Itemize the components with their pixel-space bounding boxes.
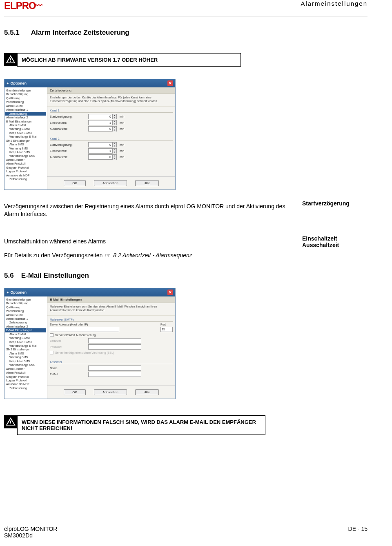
- tree-item[interactable]: Keep Alive E-Mail: [5, 131, 46, 135]
- ok-button[interactable]: OK: [64, 180, 86, 186]
- warning-icon: [4, 415, 17, 428]
- chevron-down-icon[interactable]: ▾: [113, 123, 116, 125]
- tree-item[interactable]: Keep Alive SMS: [5, 359, 46, 363]
- logo-text: ELPRO: [4, 0, 36, 11]
- window-titlebar: ● Optionen ✕: [4, 79, 175, 87]
- tree-item[interactable]: Warteschlange E-Mail: [5, 135, 46, 138]
- tree-item[interactable]: Autosave als MDF: [5, 382, 46, 386]
- crossref: Für Details zu den Verzögerungszeiten ☞ …: [4, 252, 368, 259]
- user-input[interactable]: [88, 338, 141, 343]
- chevron-down-icon[interactable]: ▾: [113, 117, 116, 119]
- tree-item[interactable]: Warteschlange SMS: [5, 154, 46, 158]
- tree-item[interactable]: Alarm Interface 1: [5, 317, 46, 321]
- tree-item[interactable]: Alarm Drucker: [5, 367, 46, 371]
- tree-item[interactable]: Alarm Sound: [5, 104, 46, 108]
- label-name: Name: [50, 367, 87, 370]
- tree-item[interactable]: Keep Alive SMS: [5, 150, 46, 154]
- pane-title: E-Mail Einstellungen: [47, 296, 175, 303]
- pane-title: Zeitsteuerung: [47, 87, 175, 94]
- tree-item-selected[interactable]: E-Mail Einstellungen: [5, 328, 46, 332]
- para-startverz: Verzögerungszeit zwischen der Registrier…: [4, 200, 368, 221]
- pane-description: Mailserver-Einstellungen zum Senden eine…: [47, 303, 175, 316]
- tree-item[interactable]: Zeitsteuerung: [5, 386, 46, 390]
- screenshot-zeitsteuerung: ● Optionen ✕ Grundeinstellungen Benachri…: [4, 79, 368, 190]
- tree-item[interactable]: Wiederholung: [5, 309, 46, 313]
- options-tree[interactable]: Grundeinstellungen Benachrichtigung Quit…: [4, 87, 47, 189]
- tree-item[interactable]: E-Mail Einstellungen: [5, 120, 46, 123]
- pass-input[interactable]: [88, 344, 141, 350]
- tree-item[interactable]: Alarm E-Mail: [5, 123, 46, 127]
- tree-item[interactable]: SMS Einstellungen: [5, 348, 46, 351]
- tree-item[interactable]: Warnung SMS: [5, 355, 46, 359]
- tree-item[interactable]: Grundeinstellungen: [5, 298, 46, 301]
- help-button[interactable]: Hilfe: [135, 389, 159, 395]
- window-title: Optionen: [10, 290, 27, 294]
- close-icon[interactable]: ✕: [167, 290, 173, 295]
- tree-item[interactable]: Zeitsteuerung: [5, 177, 46, 181]
- spinner-startverz-2[interactable]: 0▴▾: [88, 142, 117, 147]
- tree-item[interactable]: Alarm Sound: [5, 313, 46, 317]
- options-tree[interactable]: Grundeinstellungen Benachrichtigung Quit…: [4, 296, 47, 399]
- tree-item[interactable]: Benachrichtigung: [5, 301, 46, 305]
- chevron-down-icon[interactable]: ▾: [113, 151, 116, 154]
- port-input[interactable]: 25: [160, 327, 173, 332]
- tree-item-selected[interactable]: Zeitsteuerung: [5, 112, 46, 116]
- spinner-startverz-1[interactable]: 0▴▾: [88, 114, 117, 119]
- chevron-down-icon[interactable]: ▾: [113, 157, 116, 160]
- tree-item[interactable]: Warteschlange SMS: [5, 363, 46, 367]
- tree-item[interactable]: Wiederholung: [5, 100, 46, 104]
- tree-item[interactable]: Gruppen Protokoll: [5, 375, 46, 379]
- bullet-icon: ●: [7, 81, 9, 85]
- chevron-down-icon[interactable]: ▾: [113, 145, 116, 147]
- tree-item[interactable]: Grundeinstellungen: [5, 89, 46, 92]
- tree-item[interactable]: Quittierung: [5, 305, 46, 309]
- spinner-ausschalt-2[interactable]: 0▴▾: [88, 154, 117, 160]
- tree-item[interactable]: Warnung SMS: [5, 147, 46, 150]
- spinner-einschalt-2[interactable]: 1▴▾: [88, 148, 117, 154]
- tree-item[interactable]: Alarm Protokoll: [5, 371, 46, 374]
- footer-product: elproLOG MONITOR: [4, 526, 57, 532]
- tree-item[interactable]: Alarm Protokoll: [5, 162, 46, 165]
- tree-item[interactable]: Logger Protokoll: [5, 379, 46, 382]
- label-startverz: Startverzögerung:: [50, 115, 87, 118]
- ok-button[interactable]: OK: [64, 389, 86, 395]
- alert-firmware: MÖGLICH AB FIRMWARE VERSION 1.7 ODER HÖH…: [4, 53, 241, 67]
- channel-2-title: Kanal 2: [50, 137, 173, 141]
- spinner-ausschalt-1[interactable]: 0▴▾: [88, 126, 117, 131]
- tree-item[interactable]: Quittierung: [5, 96, 46, 100]
- label-ausschalt: Ausschaltzeit:: [50, 127, 87, 130]
- cancel-button[interactable]: Abbrechen: [94, 180, 127, 186]
- label-server: Server Adresse (Host oder IP): [50, 323, 159, 326]
- auth-checkbox[interactable]: [50, 333, 53, 337]
- tree-item[interactable]: Alarm Interface 1: [5, 108, 46, 111]
- tree-item[interactable]: Logger Protokoll: [5, 169, 46, 173]
- tree-item[interactable]: Autosave als MDF: [5, 174, 46, 177]
- label-pass: Passwort: [50, 345, 87, 348]
- email-input[interactable]: [88, 372, 141, 377]
- cancel-button[interactable]: Abbrechen: [94, 389, 127, 395]
- tree-item[interactable]: Warteschlange E-Mail: [5, 344, 46, 348]
- tree-item[interactable]: Alarm Interface 2: [5, 116, 46, 119]
- tree-item[interactable]: Alarm E-Mail: [5, 332, 46, 336]
- section-5-5-1-title: 5.5.1Alarm Interface Zeitsteuerung: [4, 29, 368, 37]
- tree-item[interactable]: Keep Alive E-Mail: [5, 340, 46, 344]
- chevron-down-icon[interactable]: ▾: [113, 129, 116, 131]
- name-input[interactable]: [88, 365, 141, 371]
- tree-item[interactable]: Zeitsteuerung: [5, 321, 46, 324]
- tree-item[interactable]: Benachrichtigung: [5, 92, 46, 96]
- tree-item[interactable]: Alarm SMS: [5, 143, 46, 146]
- tree-item[interactable]: Alarm Interface 2: [5, 325, 46, 328]
- spinner-einschalt-1[interactable]: 1▴▾: [88, 120, 117, 125]
- ssl-checkbox[interactable]: [50, 351, 53, 354]
- tree-item[interactable]: Warnung E-Mail: [5, 127, 46, 131]
- tree-item[interactable]: SMS Einstellungen: [5, 139, 46, 143]
- close-icon[interactable]: ✕: [167, 80, 173, 86]
- tree-item[interactable]: Alarm SMS: [5, 352, 46, 355]
- label-startverz: Startverzögerung:: [50, 143, 87, 146]
- tree-item[interactable]: Warnung E-Mail: [5, 336, 46, 340]
- hand-pointing-icon: ☞: [105, 252, 111, 259]
- tree-item[interactable]: Alarm Drucker: [5, 158, 46, 162]
- server-input[interactable]: [50, 327, 119, 332]
- help-button[interactable]: Hilfe: [135, 180, 159, 186]
- tree-item[interactable]: Gruppen Protokoll: [5, 166, 46, 169]
